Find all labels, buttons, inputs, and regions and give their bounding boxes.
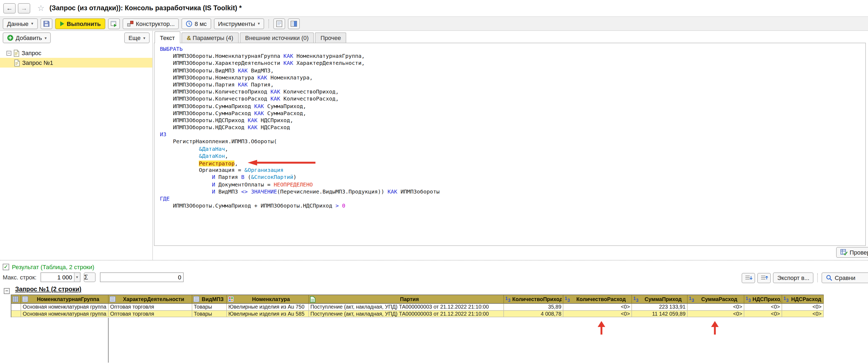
tab-3[interactable]: Внешние источники (0) — [240, 32, 314, 43]
query-text-editor[interactable]: ВЫБРАТЬ ИПМПЗОбороты.НоменклатурнаяГрупп… — [154, 43, 866, 246]
code-lines: ВЫБРАТЬ ИПМПЗОбороты.НоменклатурнаяГрупп… — [160, 46, 865, 209]
table-row[interactable]: Основная номенклатурная группаОптовая то… — [11, 310, 824, 317]
save-button[interactable] — [40, 18, 52, 29]
column-header-label: СуммаПриход — [640, 296, 686, 302]
query-editor-panel: Текст&Параметры (4)Внешние источники (0)… — [153, 31, 868, 260]
column-header-label: НДСРасход — [790, 296, 822, 302]
total-input-wrap — [100, 272, 183, 282]
code-line: И ДокументОплаты = НЕОПРЕДЕЛЕНО — [160, 181, 865, 188]
column-header[interactable]: 13СуммаПриход — [632, 295, 688, 304]
favorite-star-icon[interactable]: ☆ — [37, 3, 44, 13]
line-numbering-button[interactable] — [742, 273, 755, 283]
compare-button[interactable]: Сравни — [822, 272, 868, 283]
table-cell[interactable] — [11, 304, 21, 310]
more-button[interactable]: Еще ▾ — [124, 32, 150, 43]
row-marker-button[interactable] — [757, 273, 771, 283]
table-cell[interactable] — [11, 310, 21, 317]
result-grid-block: Запрос №1 (2 строки) НоменклатурнаяГрупп… — [11, 286, 868, 317]
column-header[interactable]: 13КоличествоПриход — [504, 295, 564, 304]
tab-1[interactable]: Текст — [154, 31, 180, 43]
column-header[interactable]: ХарактерДеятельности — [108, 295, 192, 304]
table-cell[interactable]: 223 133,91 — [632, 304, 688, 310]
nav-back-button[interactable]: ← — [3, 3, 16, 13]
table-cell[interactable]: 35,89 — [504, 304, 564, 310]
split-view-button[interactable] — [288, 18, 300, 29]
table-cell[interactable]: Оптовая торговля — [108, 310, 192, 317]
table-cell[interactable]: Ювелирные изделия из Au 750 — [226, 304, 309, 310]
column-header[interactable]: НоменклатурнаяГруппа — [21, 295, 108, 304]
column-header[interactable]: ВидМПЗ — [192, 295, 227, 304]
table-cell[interactable]: <0> — [782, 304, 824, 310]
table-cell[interactable]: <0> — [744, 310, 782, 317]
data-menu-button[interactable]: Данные ▾ — [3, 18, 37, 29]
execute-in-window-button[interactable] — [108, 18, 120, 29]
table-cell[interactable]: 11 142 059,89 — [632, 310, 688, 317]
column-header[interactable]: Номенклатура — [226, 295, 309, 304]
add-button[interactable]: Добавить ▾ — [3, 32, 51, 43]
form-icon — [276, 20, 282, 27]
table-cell[interactable]: Основная номенклатурная группа — [21, 304, 108, 310]
table-cell[interactable]: Поступление (акт, накладная, УПД) ТА0000… — [309, 304, 504, 310]
tab-2[interactable]: &Параметры (4) — [181, 32, 239, 43]
tab-label: Прочее — [320, 35, 341, 41]
query-tree-panel: Добавить ▾ Еще ▾ −ЗапросЗапрос №1 — [0, 31, 153, 260]
result-grid: НоменклатурнаяГруппаХарактерДеятельности… — [11, 295, 824, 317]
column-header[interactable]: 13НДСРасход — [782, 295, 824, 304]
svg-text:1: 1 — [746, 296, 748, 301]
result-panel: ✓ Результат (Таблица, 2 строки) Макс. ст… — [0, 260, 868, 364]
column-header[interactable]: 13КоличествоРасход — [564, 295, 632, 304]
number-icon: 13 — [565, 296, 571, 302]
table-cell[interactable]: Основная номенклатурная группа — [21, 310, 108, 317]
table-cell[interactable]: <0> — [564, 310, 632, 317]
sum-button[interactable]: Σ — [84, 272, 95, 282]
max-rows-dropdown-button[interactable]: ▾ — [74, 273, 80, 281]
export-button[interactable]: Экспорт в... — [773, 272, 814, 283]
column-header-label: НоменклатурнаяГруппа — [29, 296, 107, 302]
svg-text:3: 3 — [568, 298, 570, 302]
table-cell[interactable]: <0> — [688, 304, 744, 310]
table-cell[interactable]: <0> — [564, 304, 632, 310]
table-cell[interactable]: <0> — [688, 310, 744, 317]
max-rows-label: Макс. строк: — [3, 274, 36, 280]
constructor-button[interactable]: Конструктор... — [122, 18, 179, 29]
tab-4[interactable]: Прочее — [315, 32, 346, 43]
table-cell[interactable]: <0> — [782, 310, 824, 317]
table-cell[interactable]: Поступление (акт, накладная, УПД) ТА0000… — [309, 310, 504, 317]
code-line: &ДатаКон, — [160, 152, 865, 159]
table-row[interactable]: Основная номенклатурная группаОптовая то… — [11, 304, 824, 310]
verify-button[interactable]: Провер — [836, 247, 868, 258]
table-cell[interactable]: Оптовая торговля — [108, 304, 192, 310]
max-rows-input[interactable] — [41, 273, 74, 281]
grid-rows: Основная номенклатурная группаОптовая то… — [11, 304, 824, 317]
column-header[interactable]: 13НДСПриход — [744, 295, 782, 304]
column-header[interactable]: Партия — [309, 295, 504, 304]
code-line: ИПМПЗОбороты.ВидМПЗ КАК ВидМПЗ, — [160, 67, 865, 74]
execution-time-badge[interactable]: 8 мс — [182, 18, 211, 29]
total-input[interactable] — [100, 273, 183, 281]
table-cell[interactable]: <0> — [744, 304, 782, 310]
nav-forward-button[interactable]: → — [18, 3, 30, 13]
table-cell[interactable]: Товары — [192, 304, 227, 310]
result-checkbox[interactable]: ✓ — [3, 264, 9, 270]
form-view-button[interactable] — [273, 18, 285, 29]
code-line: ИПМПЗОбороты.ХарактерДеятельности КАК Ха… — [160, 60, 865, 67]
code-line: И ВидМПЗ <> ЗНАЧЕНИЕ(Перечисление.ВидыМП… — [160, 188, 865, 195]
table-cell[interactable]: 4 008,78 — [504, 310, 564, 317]
column-header[interactable] — [11, 295, 21, 304]
doc-icon — [14, 59, 20, 66]
table-cell[interactable]: Товары — [192, 310, 227, 317]
document-icon — [310, 296, 315, 302]
table-cell[interactable]: Ювелирные изделия из Au 585 — [226, 310, 309, 317]
tree-item[interactable]: −Запрос — [0, 48, 152, 58]
column-header-label: КоличествоРасход — [572, 296, 630, 302]
column-header[interactable]: 13СуммаРасход — [688, 295, 744, 304]
number-icon: 13 — [745, 296, 751, 302]
tab-label: Внешние источники (0) — [245, 35, 309, 41]
code-line: ГДЕ — [160, 195, 865, 202]
execute-button[interactable]: Выполнить — [55, 18, 105, 29]
tree-item[interactable]: Запрос №1 — [0, 58, 152, 67]
tree-expander-icon[interactable]: − — [6, 51, 11, 55]
max-rows-input-wrap: ▾ — [40, 272, 80, 282]
group-collapse-button[interactable]: − — [4, 288, 10, 294]
tools-menu-button[interactable]: Инструменты ▾ — [214, 18, 264, 29]
